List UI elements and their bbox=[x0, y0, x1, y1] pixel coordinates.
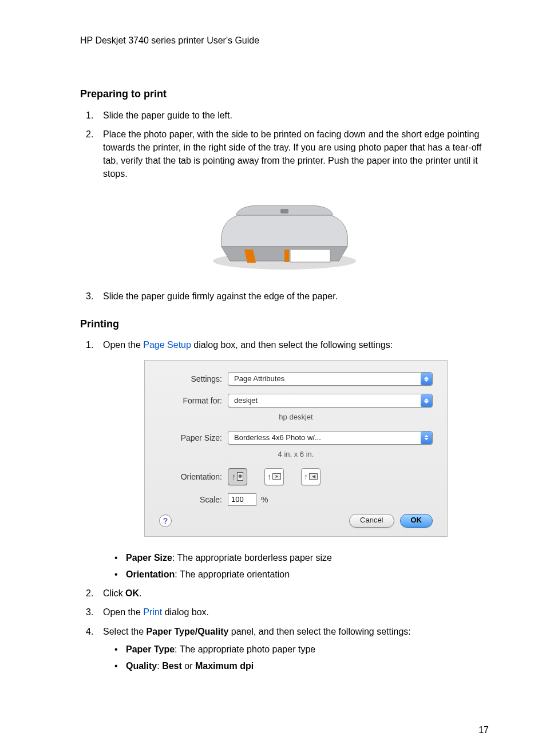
paper-type-bold: Paper Type bbox=[126, 644, 175, 654]
landscape-right-icon: ◀ bbox=[309, 473, 318, 480]
step4-bold: Paper Type/Quality bbox=[147, 627, 229, 636]
quality-mid: : bbox=[157, 661, 162, 671]
scale-input[interactable] bbox=[228, 493, 256, 506]
arrow-up-icon: ↑ bbox=[267, 471, 271, 482]
print-step-4: Select the Paper Type/Quality panel, and… bbox=[103, 625, 489, 673]
step2-suffix: . bbox=[139, 588, 141, 598]
quality-max: Maximum dpi bbox=[195, 661, 254, 671]
bullet-paper-size: Paper Size: The appropriate borderless p… bbox=[126, 551, 489, 564]
quality-best: Best bbox=[162, 661, 182, 671]
format-for-subtext: hp deskjet bbox=[159, 412, 433, 423]
ok-button[interactable]: OK bbox=[400, 514, 433, 528]
orientation-portrait-button[interactable]: ↑⚉ bbox=[228, 468, 247, 485]
preparing-steps: Slide the paper guide to the left. Place… bbox=[80, 109, 489, 181]
preparing-heading: Preparing to print bbox=[80, 87, 489, 101]
prep-step-3: Slide the paper guide firmly against the… bbox=[103, 290, 489, 303]
paper-type-text: : The appropriate photo paper type bbox=[175, 644, 315, 654]
print-step-3: Open the Print dialog box. bbox=[103, 605, 489, 619]
dropdown-arrow-icon bbox=[421, 394, 432, 407]
portrait-icon: ⚉ bbox=[237, 472, 243, 481]
page-setup-dialog: Settings: Page Attributes Format for: de… bbox=[144, 360, 448, 537]
bullet-orientation: Orientation: The appropriate orientation bbox=[126, 568, 489, 581]
prep-step-1: Slide the paper guide to the left. bbox=[103, 109, 489, 122]
paper-size-label: Paper Size: bbox=[159, 432, 228, 444]
printing-steps: Open the Page Setup dialog box, and then… bbox=[80, 338, 489, 672]
orientation-bold: Orientation bbox=[126, 569, 175, 579]
page-number: 17 bbox=[80, 724, 489, 737]
paper-size-bold: Paper Size bbox=[126, 553, 172, 563]
format-for-value: deskjet bbox=[234, 395, 421, 406]
arrow-up-icon: ↑ bbox=[232, 471, 236, 482]
quality-bold: Quality bbox=[126, 661, 157, 671]
orientation-landscape-left-button[interactable]: ↑➤ bbox=[264, 468, 284, 485]
scale-percent: % bbox=[261, 494, 268, 505]
print-step-2: Click OK. bbox=[103, 587, 489, 600]
quality-or: or bbox=[182, 661, 195, 671]
format-for-label: Format for: bbox=[159, 395, 228, 406]
bullet-quality: Quality: Best or Maximum dpi bbox=[126, 659, 489, 672]
preparing-steps-cont: Slide the paper guide firmly against the… bbox=[80, 290, 489, 303]
step2-ok: OK bbox=[125, 588, 139, 598]
svg-rect-1 bbox=[280, 209, 288, 213]
step2-prefix: Click bbox=[103, 588, 125, 598]
orientation-text: : The appropriate orientation bbox=[175, 569, 290, 579]
settings-dropdown[interactable]: Page Attributes bbox=[228, 372, 433, 386]
svg-rect-3 bbox=[284, 250, 289, 262]
paper-size-subtext: 4 in. x 6 in. bbox=[159, 449, 433, 460]
prep-step-2: Place the photo paper, with the side to … bbox=[103, 128, 489, 181]
step4-prefix: Select the bbox=[103, 627, 147, 636]
page-setup-link[interactable]: Page Setup bbox=[143, 340, 191, 350]
settings-label: Settings: bbox=[159, 373, 228, 385]
paper-size-text: : The appropriate borderless paper size bbox=[172, 553, 332, 563]
help-button[interactable]: ? bbox=[159, 514, 172, 527]
landscape-left-icon: ➤ bbox=[272, 473, 281, 480]
settings-value: Page Attributes bbox=[234, 374, 421, 385]
orientation-label: Orientation: bbox=[159, 471, 228, 482]
step3-suffix: dialog box. bbox=[162, 607, 209, 617]
print-link[interactable]: Print bbox=[143, 607, 162, 617]
print-step-1-prefix: Open the bbox=[103, 340, 143, 350]
printer-illustration bbox=[204, 195, 365, 275]
paper-size-value: Borderless 4x6 Photo w/... bbox=[234, 433, 421, 444]
step3-prefix: Open the bbox=[103, 607, 143, 617]
cancel-button[interactable]: Cancel bbox=[349, 514, 394, 528]
paper-size-dropdown[interactable]: Borderless 4x6 Photo w/... bbox=[228, 431, 433, 445]
format-for-dropdown[interactable]: deskjet bbox=[228, 394, 433, 407]
orientation-landscape-right-button[interactable]: ↑◀ bbox=[301, 468, 321, 485]
svg-rect-2 bbox=[290, 250, 330, 262]
document-header: HP Deskjet 3740 series printer User's Gu… bbox=[80, 34, 489, 47]
arrow-up-icon: ↑ bbox=[304, 471, 308, 482]
dropdown-arrow-icon bbox=[421, 432, 432, 444]
printing-heading: Printing bbox=[80, 317, 489, 331]
print-step-1: Open the Page Setup dialog box, and then… bbox=[103, 338, 489, 581]
scale-label: Scale: bbox=[159, 494, 228, 505]
bullet-paper-type: Paper Type: The appropriate photo paper … bbox=[126, 643, 489, 656]
print-step-1-suffix: dialog box, and then select the followin… bbox=[191, 340, 393, 350]
dropdown-arrow-icon bbox=[421, 373, 432, 385]
step4-suffix: panel, and then select the following set… bbox=[228, 627, 410, 636]
